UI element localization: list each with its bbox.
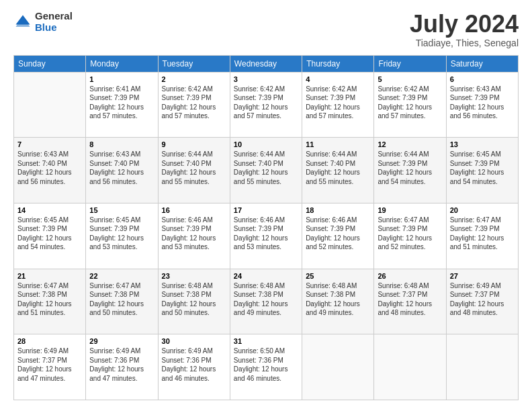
day-number: 5 (378, 75, 442, 83)
day-number: 8 (89, 140, 154, 148)
day-info: Sunrise: 6:44 AMSunset: 7:40 PMDaylight:… (234, 150, 298, 186)
calendar-cell: 13Sunrise: 6:45 AMSunset: 7:39 PMDayligh… (446, 138, 518, 203)
location-subtitle: Tiadiaye, Thies, Senegal (410, 38, 519, 48)
calendar-cell: 12Sunrise: 6:44 AMSunset: 7:39 PMDayligh… (374, 138, 446, 203)
calendar-cell: 25Sunrise: 6:48 AMSunset: 7:38 PMDayligh… (302, 269, 374, 334)
calendar-cell: 27Sunrise: 6:49 AMSunset: 7:37 PMDayligh… (446, 269, 518, 334)
calendar-cell: 2Sunrise: 6:42 AMSunset: 7:39 PMDaylight… (158, 72, 230, 138)
calendar-cell: 17Sunrise: 6:46 AMSunset: 7:39 PMDayligh… (230, 203, 302, 269)
day-number: 22 (89, 272, 154, 280)
day-info: Sunrise: 6:48 AMSunset: 7:38 PMDaylight:… (234, 281, 298, 318)
logo-blue-text: Blue (35, 22, 73, 34)
calendar-cell: 19Sunrise: 6:47 AMSunset: 7:39 PMDayligh… (374, 203, 446, 269)
calendar-cell: 8Sunrise: 6:43 AMSunset: 7:40 PMDaylight… (86, 138, 158, 203)
calendar-cell: 6Sunrise: 6:43 AMSunset: 7:39 PMDaylight… (446, 72, 518, 138)
calendar-cell: 22Sunrise: 6:47 AMSunset: 7:38 PMDayligh… (86, 269, 158, 334)
calendar-cell: 20Sunrise: 6:47 AMSunset: 7:39 PMDayligh… (446, 203, 518, 269)
day-info: Sunrise: 6:44 AMSunset: 7:39 PMDaylight:… (378, 150, 442, 186)
day-info: Sunrise: 6:47 AMSunset: 7:38 PMDaylight:… (17, 281, 82, 318)
day-number: 28 (17, 337, 82, 345)
calendar-cell: 10Sunrise: 6:44 AMSunset: 7:40 PMDayligh… (230, 138, 302, 203)
weekday-header-friday: Friday (374, 55, 446, 72)
day-info: Sunrise: 6:49 AMSunset: 7:37 PMDaylight:… (450, 281, 515, 318)
day-info: Sunrise: 6:49 AMSunset: 7:37 PMDaylight:… (17, 347, 82, 383)
day-info: Sunrise: 6:46 AMSunset: 7:39 PMDaylight:… (162, 216, 226, 252)
calendar-cell: 24Sunrise: 6:48 AMSunset: 7:38 PMDayligh… (230, 269, 302, 334)
calendar-cell: 4Sunrise: 6:42 AMSunset: 7:39 PMDaylight… (302, 72, 374, 138)
day-info: Sunrise: 6:42 AMSunset: 7:39 PMDaylight:… (378, 85, 442, 121)
day-info: Sunrise: 6:42 AMSunset: 7:39 PMDaylight:… (162, 85, 226, 121)
day-number: 13 (450, 140, 515, 148)
day-info: Sunrise: 6:50 AMSunset: 7:36 PMDaylight:… (234, 347, 298, 383)
calendar-cell (14, 72, 86, 138)
calendar-cell: 11Sunrise: 6:44 AMSunset: 7:40 PMDayligh… (302, 138, 374, 203)
day-number: 18 (306, 206, 370, 214)
calendar-cell (446, 334, 518, 400)
calendar-cell: 26Sunrise: 6:48 AMSunset: 7:37 PMDayligh… (374, 269, 446, 334)
calendar-cell: 31Sunrise: 6:50 AMSunset: 7:36 PMDayligh… (230, 334, 302, 400)
day-info: Sunrise: 6:48 AMSunset: 7:38 PMDaylight:… (306, 281, 370, 318)
day-number: 3 (234, 75, 298, 83)
weekday-header-wednesday: Wednesday (230, 55, 302, 72)
calendar-cell: 29Sunrise: 6:49 AMSunset: 7:36 PMDayligh… (86, 334, 158, 400)
day-number: 30 (162, 337, 226, 345)
day-number: 21 (17, 272, 82, 280)
calendar-cell: 18Sunrise: 6:46 AMSunset: 7:39 PMDayligh… (302, 203, 374, 269)
day-number: 1 (89, 75, 154, 83)
calendar-week-row: 7Sunrise: 6:43 AMSunset: 7:40 PMDaylight… (14, 138, 519, 203)
day-info: Sunrise: 6:48 AMSunset: 7:38 PMDaylight:… (162, 281, 226, 318)
day-info: Sunrise: 6:43 AMSunset: 7:40 PMDaylight:… (17, 150, 82, 186)
calendar-cell: 23Sunrise: 6:48 AMSunset: 7:38 PMDayligh… (158, 269, 230, 334)
weekday-header-saturday: Saturday (446, 55, 518, 72)
calendar-cell (302, 334, 374, 400)
day-info: Sunrise: 6:47 AMSunset: 7:38 PMDaylight:… (89, 281, 154, 318)
day-number: 29 (89, 337, 154, 345)
day-number: 2 (162, 75, 226, 83)
logo-general-text: General (35, 11, 73, 22)
day-number: 14 (17, 206, 82, 214)
day-info: Sunrise: 6:45 AMSunset: 7:39 PMDaylight:… (450, 150, 515, 186)
day-info: Sunrise: 6:44 AMSunset: 7:40 PMDaylight:… (306, 150, 370, 186)
calendar-week-row: 28Sunrise: 6:49 AMSunset: 7:37 PMDayligh… (14, 334, 519, 400)
day-number: 6 (450, 75, 515, 83)
day-number: 7 (17, 140, 82, 148)
page: General Blue July 2024 Tiadiaye, Thies, … (0, 0, 532, 411)
day-info: Sunrise: 6:45 AMSunset: 7:39 PMDaylight:… (17, 216, 82, 252)
calendar-cell: 28Sunrise: 6:49 AMSunset: 7:37 PMDayligh… (14, 334, 86, 400)
day-info: Sunrise: 6:47 AMSunset: 7:39 PMDaylight:… (378, 216, 442, 252)
day-number: 25 (306, 272, 370, 280)
calendar-cell: 21Sunrise: 6:47 AMSunset: 7:38 PMDayligh… (14, 269, 86, 334)
day-number: 31 (234, 337, 298, 345)
day-info: Sunrise: 6:42 AMSunset: 7:39 PMDaylight:… (234, 85, 298, 121)
day-info: Sunrise: 6:49 AMSunset: 7:36 PMDaylight:… (162, 347, 226, 383)
calendar-week-row: 21Sunrise: 6:47 AMSunset: 7:38 PMDayligh… (14, 269, 519, 334)
calendar-table: SundayMondayTuesdayWednesdayThursdayFrid… (13, 55, 519, 400)
day-number: 24 (234, 272, 298, 280)
logo-text: General Blue (35, 11, 73, 33)
day-info: Sunrise: 6:45 AMSunset: 7:39 PMDaylight:… (89, 216, 154, 252)
logo-icon (13, 13, 32, 32)
day-info: Sunrise: 6:48 AMSunset: 7:37 PMDaylight:… (378, 281, 442, 318)
calendar-cell: 15Sunrise: 6:45 AMSunset: 7:39 PMDayligh… (86, 203, 158, 269)
day-info: Sunrise: 6:46 AMSunset: 7:39 PMDaylight:… (234, 216, 298, 252)
day-number: 10 (234, 140, 298, 148)
title-block: July 2024 Tiadiaye, Thies, Senegal (410, 11, 519, 48)
day-info: Sunrise: 6:41 AMSunset: 7:39 PMDaylight:… (89, 85, 154, 121)
calendar-cell: 30Sunrise: 6:49 AMSunset: 7:36 PMDayligh… (158, 334, 230, 400)
day-info: Sunrise: 6:43 AMSunset: 7:39 PMDaylight:… (450, 85, 515, 121)
calendar-cell: 14Sunrise: 6:45 AMSunset: 7:39 PMDayligh… (14, 203, 86, 269)
weekday-header-sunday: Sunday (14, 55, 86, 72)
day-number: 19 (378, 206, 442, 214)
day-info: Sunrise: 6:43 AMSunset: 7:40 PMDaylight:… (89, 150, 154, 186)
calendar-cell: 16Sunrise: 6:46 AMSunset: 7:39 PMDayligh… (158, 203, 230, 269)
logo: General Blue (13, 11, 73, 33)
calendar-cell: 5Sunrise: 6:42 AMSunset: 7:39 PMDaylight… (374, 72, 446, 138)
day-info: Sunrise: 6:49 AMSunset: 7:36 PMDaylight:… (89, 347, 154, 383)
day-number: 4 (306, 75, 370, 83)
day-number: 15 (89, 206, 154, 214)
calendar-cell (374, 334, 446, 400)
weekday-header-tuesday: Tuesday (158, 55, 230, 72)
day-info: Sunrise: 6:42 AMSunset: 7:39 PMDaylight:… (306, 85, 370, 121)
day-number: 16 (162, 206, 226, 214)
day-number: 23 (162, 272, 226, 280)
